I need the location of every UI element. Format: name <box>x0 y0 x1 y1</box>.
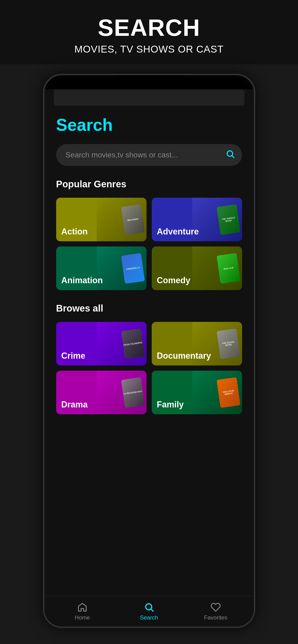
genre-card-crime[interactable]: PEAKY BLINDERS Crime <box>56 322 146 366</box>
genre-card-comedy[interactable]: Rick & M Comedy <box>152 246 242 290</box>
nav-label-search: Search <box>140 614 158 621</box>
screen-content: Search Popular Genres <box>44 106 254 414</box>
genre-card-family[interactable]: Malcolm Middle Family <box>152 371 242 414</box>
svg-point-0 <box>227 151 232 156</box>
poster-cinderella: Cinderella <box>121 253 145 284</box>
main-title: SEARCH <box>10 14 288 41</box>
genre-image-crime: PEAKY BLINDERS <box>97 322 146 366</box>
heart-icon <box>210 602 221 612</box>
bottom-nav: Home Search Favorites <box>44 596 254 626</box>
genre-image-action: MECHANIC <box>97 198 146 241</box>
poster-malcolm: Malcolm Middle <box>217 377 240 408</box>
genre-image-drama: 13 REASONS WHY <box>97 371 146 414</box>
genre-label-adventure: Adventure <box>152 222 204 241</box>
poster-peaky: PEAKY BLINDERS <box>121 328 145 359</box>
genre-card-documentary[interactable]: the social netw. Documentary <box>152 322 242 366</box>
genre-label-family: Family <box>152 395 189 414</box>
search-nav-icon <box>144 602 154 612</box>
nav-item-search[interactable]: Search <box>116 602 182 621</box>
genre-label-drama: Drama <box>56 395 93 414</box>
poster-social: the social netw. <box>217 328 240 359</box>
svg-line-3 <box>151 609 153 612</box>
search-input-wrapper <box>56 144 242 166</box>
poster-rick: Rick & M <box>217 253 240 284</box>
poster-mechanic: MECHANIC <box>121 204 145 235</box>
page-title: Search <box>56 115 242 134</box>
genre-label-documentary: Documentary <box>152 346 216 366</box>
genre-label-comedy: Comedy <box>152 271 196 290</box>
genre-image-family: Malcolm Middle <box>192 371 242 414</box>
genre-card-action[interactable]: MECHANIC Action <box>56 198 146 241</box>
browse-all-title: Browes all <box>56 303 242 314</box>
popular-genres-grid: MECHANIC Action The Jungle Book <box>56 198 242 290</box>
nav-item-home[interactable]: Home <box>49 602 116 621</box>
phone-notch <box>114 75 185 84</box>
phone-frame: Search Popular Genres <box>43 74 255 628</box>
svg-line-1 <box>232 156 234 158</box>
nav-label-favorites: Favorites <box>204 614 227 621</box>
home-icon <box>77 602 88 612</box>
genre-label-crime: Crime <box>56 346 91 366</box>
search-submit-button[interactable] <box>226 149 235 161</box>
genre-card-animation[interactable]: Cinderella Animation <box>56 246 146 290</box>
genre-card-drama[interactable]: 13 REASONS WHY Drama <box>56 371 146 414</box>
genre-image-comedy: Rick & M <box>192 246 242 290</box>
svg-point-2 <box>145 604 152 610</box>
search-icon <box>226 149 235 158</box>
top-status-bar <box>54 89 244 106</box>
poster-drama: 13 REASONS WHY <box>121 377 145 408</box>
phone-screen: Search Popular Genres <box>44 89 254 626</box>
nav-label-home: Home <box>75 614 90 621</box>
poster-jungle: The Jungle Book <box>217 204 240 235</box>
search-input[interactable] <box>56 144 242 166</box>
genre-label-action: Action <box>56 222 93 241</box>
browse-all-grid: PEAKY BLINDERS Crime the social netw. <box>56 322 242 414</box>
popular-genres-title: Popular Genres <box>56 179 242 190</box>
main-subtitle: MOVIES, TV SHOWS OR CAST <box>10 44 288 55</box>
top-header: SEARCH MOVIES, TV SHOWS OR CAST <box>0 0 298 64</box>
nav-item-favorites[interactable]: Favorites <box>182 602 249 621</box>
genre-card-adventure[interactable]: The Jungle Book Adventure <box>152 198 242 241</box>
genre-label-animation: Animation <box>56 271 108 290</box>
